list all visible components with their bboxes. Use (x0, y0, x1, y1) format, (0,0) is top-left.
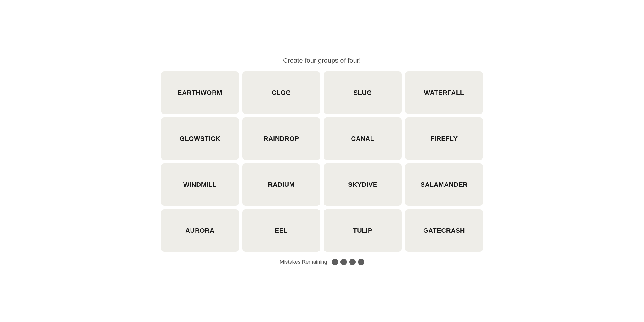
tile-label-canal: CANAL (351, 135, 374, 143)
tile-label-glowstick: GLOWSTICK (180, 135, 220, 143)
mistakes-label: Mistakes Remaining: (280, 259, 328, 265)
tile-eel[interactable]: EEL (242, 209, 320, 252)
tile-radium[interactable]: RADIUM (242, 163, 320, 206)
tile-windmill[interactable]: WINDMILL (161, 163, 239, 206)
tile-label-gatecrash: GATECRASH (423, 227, 465, 234)
tile-label-skydive: SKYDIVE (348, 181, 377, 189)
mistakes-dots (332, 259, 364, 265)
mistake-dot-3 (349, 259, 356, 265)
mistake-dot-2 (340, 259, 347, 265)
tile-label-tulip: TULIP (353, 227, 372, 234)
tile-raindrop[interactable]: RAINDROP (242, 117, 320, 160)
tile-tulip[interactable]: TULIP (324, 209, 402, 252)
tile-skydive[interactable]: SKYDIVE (324, 163, 402, 206)
tile-label-firefly: FIREFLY (430, 135, 458, 143)
mistake-dot-1 (332, 259, 338, 265)
tile-label-raindrop: RAINDROP (263, 135, 299, 143)
subtitle: Create four groups of four! (283, 57, 361, 64)
tile-waterfall[interactable]: WATERFALL (405, 71, 483, 114)
tile-salamander[interactable]: SALAMANDER (405, 163, 483, 206)
tile-grid: EARTHWORMCLOGSLUGWATERFALLGLOWSTICKRAIND… (161, 71, 483, 252)
tile-canal[interactable]: CANAL (324, 117, 402, 160)
tile-firefly[interactable]: FIREFLY (405, 117, 483, 160)
tile-label-earthworm: EARTHWORM (178, 89, 222, 97)
tile-glowstick[interactable]: GLOWSTICK (161, 117, 239, 160)
tile-label-radium: RADIUM (268, 181, 295, 189)
tile-earthworm[interactable]: EARTHWORM (161, 71, 239, 114)
tile-label-waterfall: WATERFALL (424, 89, 464, 97)
game-container: Create four groups of four! EARTHWORMCLO… (161, 57, 483, 265)
tile-label-clog: CLOG (272, 89, 291, 97)
tile-aurora[interactable]: AURORA (161, 209, 239, 252)
tile-label-windmill: WINDMILL (183, 181, 217, 189)
tile-label-salamander: SALAMANDER (420, 181, 467, 189)
tile-label-eel: EEL (275, 227, 288, 234)
mistake-dot-4 (358, 259, 364, 265)
tile-label-slug: SLUG (353, 89, 372, 97)
tile-clog[interactable]: CLOG (242, 71, 320, 114)
tile-slug[interactable]: SLUG (324, 71, 402, 114)
tile-label-aurora: AURORA (185, 227, 215, 234)
tile-gatecrash[interactable]: GATECRASH (405, 209, 483, 252)
mistakes-row: Mistakes Remaining: (280, 259, 364, 265)
